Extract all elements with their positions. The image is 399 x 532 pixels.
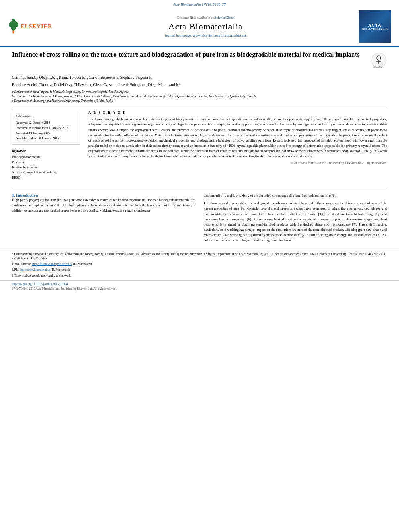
crossmark-icon: CrossMark bbox=[371, 52, 387, 68]
url-name: (D. Mantovani). bbox=[51, 268, 71, 271]
keyword-3: In vitro degradation bbox=[12, 165, 80, 170]
url-label: URL: bbox=[12, 268, 19, 271]
article-history-title: Article history: bbox=[16, 114, 77, 119]
doi-link[interactable]: http://dx.doi.org/10.1016/j.actbio.2015.… bbox=[12, 282, 387, 286]
intro-paragraph1: High-purity polycrystalline iron (Fe) ha… bbox=[12, 197, 195, 214]
keyword-5: EBSD bbox=[12, 175, 80, 181]
elsevier-wordmark: ELSEVIER bbox=[21, 23, 52, 30]
intro-heading-block: 1. Introduction bbox=[12, 193, 195, 197]
authors-line2: Boniface Adeleh Okorie a, Daniel Oray Ob… bbox=[12, 82, 387, 88]
email-footnote: E-mail address: Diego.Mantovani@gmc.ulav… bbox=[12, 262, 387, 266]
intro-number: 1. bbox=[12, 193, 15, 197]
sciencedirect-link[interactable]: ScienceDirect bbox=[214, 16, 234, 20]
right-paragraph1: biocompatibility and low toxicity of the… bbox=[204, 193, 387, 198]
revised-date: Received in revised form 1 January 2015 bbox=[16, 126, 77, 131]
journal-homepage: journal homepage: www.elsevier.com/locat… bbox=[52, 33, 359, 37]
article-title: Influence of cross-rolling on the micro-… bbox=[12, 51, 371, 59]
keyword-2: Pure iron bbox=[12, 160, 80, 165]
authors-line1: Camillus Sunday Obayi a,b,1, Ranna Tolou… bbox=[12, 75, 387, 80]
affiliations: a Department of Metallurgical & Material… bbox=[12, 90, 387, 103]
svg-point-4 bbox=[11, 19, 16, 25]
sciencedirect-line: Contents lists available at ScienceDirec… bbox=[52, 16, 359, 20]
homepage-link[interactable]: journal homepage: www.elsevier.com/locat… bbox=[165, 33, 246, 37]
abstract-heading: A B S T R A C T bbox=[88, 111, 387, 115]
logo-line2: BIOMATERIALIA bbox=[362, 27, 388, 31]
email-name: (D. Mantovani). bbox=[73, 262, 93, 266]
article-info-abstract-cols: Article history: Received 12 October 201… bbox=[12, 111, 387, 181]
note1-footnote: 1 These authors contributed equally to t… bbox=[12, 273, 387, 278]
corresponding-footnote: * Corresponding author at: Laboratory fo… bbox=[12, 252, 387, 261]
article-title-section: Influence of cross-rolling on the micro-… bbox=[12, 51, 387, 72]
journal-header: ELSEVIER Contents lists available at Sci… bbox=[0, 7, 399, 47]
received-date: Received 12 October 2014 bbox=[16, 121, 77, 126]
email-link[interactable]: Diego.Mantovani@gmc.ulaval.ca bbox=[32, 262, 72, 266]
journal-logo-box: ACTA BIOMATERIALIA bbox=[359, 10, 391, 43]
journal-volume: Acta Biomaterialia 17 (2015) 68–77 bbox=[0, 0, 399, 7]
abstract-section: A B S T R A C T Iron-based biodegradable… bbox=[88, 111, 387, 181]
bottom-bar: http://dx.doi.org/10.1016/j.actbio.2015.… bbox=[0, 280, 399, 292]
left-column: Article history: Received 12 October 201… bbox=[12, 111, 80, 181]
affiliation-a: a Department of Metallurgical & Material… bbox=[12, 90, 387, 94]
journal-logo-text: ACTA BIOMATERIALIA bbox=[362, 23, 388, 31]
journal-title: Acta Biomaterialia bbox=[52, 21, 359, 32]
crossmark-badge[interactable]: CrossMark bbox=[371, 51, 387, 69]
logo-line1: ACTA bbox=[362, 23, 388, 27]
affiliation-b: b Laboratory for Biomaterials and Bioeng… bbox=[12, 94, 387, 99]
divider-1 bbox=[12, 107, 387, 107]
elsevier-tree-icon bbox=[8, 16, 19, 37]
sciencedirect-prefix: Contents lists available at bbox=[177, 16, 214, 20]
svg-text:CrossMark: CrossMark bbox=[374, 66, 384, 68]
accepted-date: Accepted 19 January 2015 bbox=[16, 131, 77, 136]
affiliation-c: c Department of Metallurgy and Materials… bbox=[12, 99, 387, 103]
keywords-title: Keywords: bbox=[12, 149, 80, 154]
intro-heading: Introduction bbox=[16, 193, 38, 197]
elsevier-logo: ELSEVIER bbox=[8, 16, 52, 37]
article-info-box: Article history: Received 12 October 201… bbox=[12, 111, 80, 145]
main-body: 1. Introduction High-purity polycrystall… bbox=[0, 189, 399, 246]
body-right: biocompatibility and low toxicity of the… bbox=[204, 189, 387, 246]
journal-center-header: Contents lists available at ScienceDirec… bbox=[52, 16, 359, 37]
available-date: Available online 30 January 2015 bbox=[16, 136, 77, 141]
copyright-line: © 2015 Acta Materialia Inc. Published by… bbox=[88, 161, 387, 165]
keyword-1: Biodegradable metals bbox=[12, 155, 80, 160]
keywords-section: Keywords: Biodegradable metals Pure iron… bbox=[12, 149, 80, 181]
footnotes-area: * Corresponding author at: Laboratory fo… bbox=[0, 249, 399, 278]
right-paragraph2: The above desirable properties of a biod… bbox=[204, 201, 387, 243]
abstract-text: Iron-based biodegradable metals have bee… bbox=[88, 117, 387, 159]
email-label: E-mail address: bbox=[12, 262, 31, 266]
content-area: Influence of cross-rolling on the micro-… bbox=[0, 47, 399, 189]
keyword-4: Structure–properties relationships bbox=[12, 170, 80, 175]
rights-text: 1742-7061/© 2015 Acta Materialia Inc. Pu… bbox=[12, 287, 387, 290]
url-link[interactable]: http://www.lbm.ulaval.ca bbox=[20, 268, 50, 271]
url-footnote: URL: http://www.lbm.ulaval.ca (D. Mantov… bbox=[12, 267, 387, 272]
body-left: 1. Introduction High-purity polycrystall… bbox=[12, 189, 195, 246]
volume-issue-text: Acta Biomaterialia 17 (2015) 68–77 bbox=[173, 2, 226, 6]
page: Acta Biomaterialia 17 (2015) 68–77 ELSEV… bbox=[0, 0, 399, 532]
elsevier-logo-area: ELSEVIER bbox=[8, 16, 52, 37]
